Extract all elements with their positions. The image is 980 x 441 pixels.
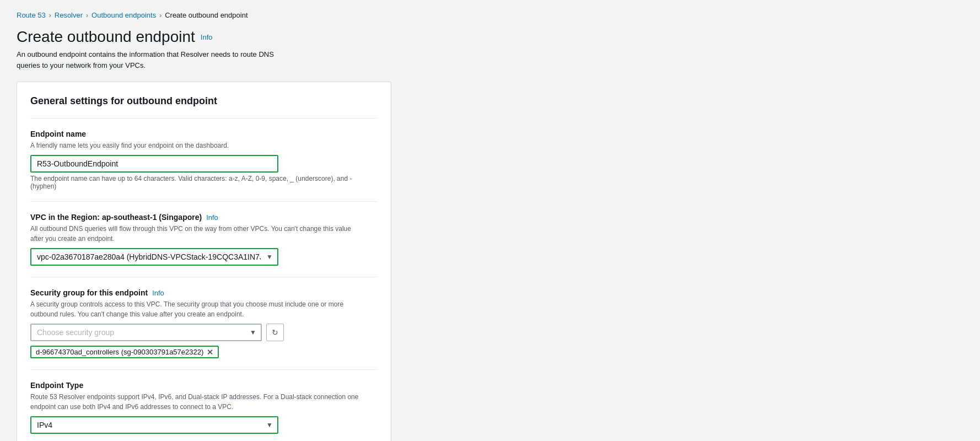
vpc-description: All outbound DNS queries will flow throu… (30, 224, 361, 244)
section-divider-1 (30, 201, 378, 202)
section-divider-2 (30, 277, 378, 277)
breadcrumb-sep-1: › (49, 12, 51, 19)
endpoint-name-input[interactable]: R53-OutboundEndpoint (30, 155, 278, 173)
security-group-tag: d-96674370ad_controllers (sg-090303791a5… (30, 346, 219, 358)
breadcrumb: Route 53 › Resolver › Outbound endpoints… (17, 11, 963, 19)
security-group-info-link[interactable]: Info (152, 289, 164, 297)
endpoint-type-select-wrapper: IPv4 IPv6 Dual-stack ▼ (30, 416, 278, 434)
page-info-link[interactable]: Info (201, 33, 213, 41)
vpc-select[interactable]: vpc-02a3670187ae280a4 (HybridDNS-VPCStac… (30, 248, 278, 266)
endpoint-type-select[interactable]: IPv4 IPv6 Dual-stack (30, 416, 278, 434)
endpoint-name-hint: The endpoint name can have up to 64 char… (30, 175, 378, 190)
security-group-select[interactable]: Choose security group (30, 324, 262, 341)
card-title: General settings for outbound endpoint (30, 95, 378, 107)
security-group-label: Security group for this endpoint Info (30, 288, 378, 297)
endpoint-name-label: Endpoint name (30, 130, 378, 138)
security-group-section: Security group for this endpoint Info A … (30, 288, 378, 358)
vpc-section: VPC in the Region: ap-southeast-1 (Singa… (30, 213, 378, 266)
security-group-row: Choose security group ▼ ↻ (30, 324, 378, 341)
endpoint-type-section: Endpoint Type Route 53 Resolver endpoint… (30, 381, 378, 434)
card-divider (30, 118, 378, 119)
vpc-info-link[interactable]: Info (206, 213, 218, 222)
endpoint-name-section: Endpoint name A friendly name lets you e… (30, 130, 378, 190)
security-group-refresh-button[interactable]: ↻ (266, 324, 284, 341)
page-description: An outbound endpoint contains the inform… (17, 49, 292, 71)
vpc-select-wrapper: vpc-02a3670187ae280a4 (HybridDNS-VPCStac… (30, 248, 278, 266)
endpoint-name-description: A friendly name lets you easily find you… (30, 141, 361, 150)
page-title: Create outbound endpoint Info (17, 28, 963, 46)
breadcrumb-sep-3: › (159, 12, 161, 19)
endpoint-type-label: Endpoint Type (30, 381, 378, 390)
form-card: General settings for outbound endpoint E… (17, 82, 391, 441)
vpc-label: VPC in the Region: ap-southeast-1 (Singa… (30, 213, 378, 222)
breadcrumb-current: Create outbound endpoint (165, 11, 247, 19)
breadcrumb-sep-2: › (86, 12, 88, 19)
breadcrumb-outbound-endpoints[interactable]: Outbound endpoints (91, 11, 156, 19)
security-group-select-wrapper: Choose security group ▼ (30, 324, 262, 341)
breadcrumb-route53[interactable]: Route 53 (17, 11, 46, 19)
security-group-tag-label: d-96674370ad_controllers (sg-090303791a5… (36, 348, 203, 356)
refresh-icon: ↻ (272, 328, 278, 337)
endpoint-type-description: Route 53 Resolver endpoints support IPv4… (30, 392, 361, 412)
breadcrumb-resolver[interactable]: Resolver (55, 11, 83, 19)
security-group-description: A security group controls access to this… (30, 299, 361, 319)
security-group-tag-remove[interactable]: ✕ (207, 348, 213, 356)
section-divider-3 (30, 369, 378, 370)
